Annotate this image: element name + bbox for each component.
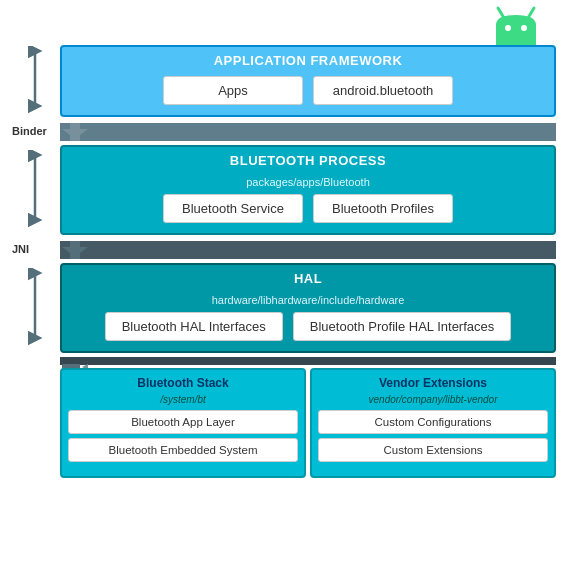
hal-wrapper: HAL hardware/libhardware/include/hardwar… [10,263,556,353]
bt-stack-section: Bluetooth Stack /system/bt Bluetooth App… [60,368,306,478]
bt-profile-hal-card: Bluetooth Profile HAL Interfaces [293,312,512,341]
svg-marker-7 [62,123,88,141]
bt-process-wrapper: BLUETOOTH PROCESS packages/apps/Bluetoot… [10,145,556,235]
app-framework-title: APPLICATION FRAMEWORK [72,53,544,68]
jni-label: JNI [12,243,29,255]
svg-line-0 [498,8,504,18]
diagram-container: APPLICATION FRAMEWORK Apps android.bluet… [10,45,556,568]
android-bluetooth-card: android.bluetooth [313,76,453,105]
bt-hal-interfaces-card: Bluetooth HAL Interfaces [105,312,283,341]
bottom-divider [60,357,556,365]
vendor-ext-title: Vendor Extensions [318,376,548,390]
jni-divider: JNI [10,239,556,261]
bt-process-cards: Bluetooth Service Bluetooth Profiles [72,194,544,223]
custom-extensions-card: Custom Extensions [318,438,548,462]
svg-marker-9 [62,241,88,259]
app-framework-section: APPLICATION FRAMEWORK Apps android.bluet… [60,45,556,117]
jni-arrow-svg [10,150,60,230]
bt-stack-path: /system/bt [68,394,298,405]
hal-title: HAL [72,271,544,286]
binder-arrows-icon [60,121,120,143]
vendor-ext-section: Vendor Extensions vendor/company/libbt-v… [310,368,556,478]
app-framework-cards: Apps android.bluetooth [72,76,544,105]
app-framework-content: APPLICATION FRAMEWORK Apps android.bluet… [60,45,556,117]
bt-embedded-card: Bluetooth Embedded System [68,438,298,462]
hal-cards: Bluetooth HAL Interfaces Bluetooth Profi… [72,312,544,341]
vendor-ext-path: vendor/company/libbt-vendor [318,394,548,405]
hal-path: hardware/libhardware/include/hardware [72,294,544,306]
bt-process-arrows [10,145,60,235]
binder-divider: Binder [10,121,556,143]
bt-profiles-card: Bluetooth Profiles [313,194,453,223]
jni-bar [60,241,556,259]
jni-arrows-icon [60,239,120,261]
bt-stack-title: Bluetooth Stack [68,376,298,390]
hal-arrows [10,263,60,353]
bt-process-path: packages/apps/Bluetooth [72,176,544,188]
apps-card: Apps [163,76,303,105]
hal-arrow-svg [10,268,60,348]
svg-point-3 [521,25,527,31]
bt-process-section: BLUETOOTH PROCESS packages/apps/Bluetoot… [60,145,556,235]
svg-point-2 [505,25,511,31]
bt-process-content: BLUETOOTH PROCESS packages/apps/Bluetoot… [60,145,556,235]
bottom-row: Bluetooth Stack /system/bt Bluetooth App… [60,368,556,478]
binder-arrow-svg [10,46,60,116]
bt-process-title: BLUETOOTH PROCESS [72,153,544,168]
bt-service-card: Bluetooth Service [163,194,303,223]
svg-line-1 [528,8,534,18]
bt-app-layer-card: Bluetooth App Layer [68,410,298,434]
binder-bar [60,123,556,141]
hal-section: HAL hardware/libhardware/include/hardwar… [60,263,556,353]
binder-label: Binder [12,125,47,137]
hal-content: HAL hardware/libhardware/include/hardwar… [60,263,556,353]
app-framework-arrows [10,45,60,117]
custom-configs-card: Custom Configurations [318,410,548,434]
app-framework-wrapper: APPLICATION FRAMEWORK Apps android.bluet… [10,45,556,117]
